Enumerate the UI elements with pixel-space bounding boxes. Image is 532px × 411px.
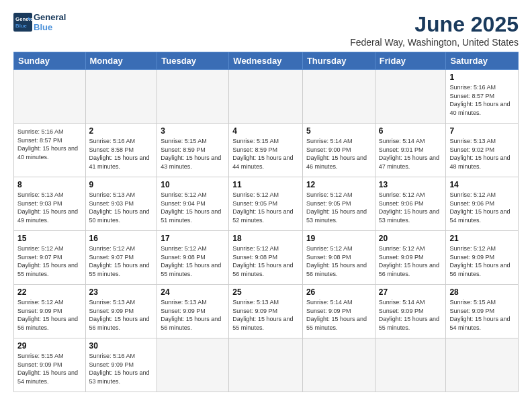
daylight-label: Daylight: 15 hours and 46 minutes. [306, 154, 367, 170]
day-number: 6 [379, 126, 443, 136]
day-number: 24 [161, 287, 225, 297]
day-info: Sunrise: 5:13 AMSunset: 9:09 PMDaylight:… [161, 298, 225, 332]
day-info: Sunrise: 5:15 AMSunset: 8:59 PMDaylight:… [161, 137, 225, 171]
sunrise-label: Sunrise: 5:14 AM [306, 299, 353, 306]
sunrise-label: Sunrise: 5:12 AM [161, 245, 207, 252]
table-row: 25Sunrise: 5:13 AMSunset: 9:09 PMDayligh… [229, 285, 303, 338]
sunrise-label: Sunrise: 5:14 AM [379, 299, 425, 306]
logo-icon: General Blue [13, 13, 32, 32]
sunset-label: Sunset: 9:05 PM [306, 200, 351, 207]
daylight-label: Daylight: 15 hours and 44 minutes. [232, 154, 293, 170]
day-number: 8 [17, 180, 82, 189]
sunrise-label: Sunrise: 5:13 AM [17, 191, 64, 198]
table-row [85, 70, 157, 124]
sunset-label: Sunset: 9:00 PM [306, 146, 351, 153]
daylight-label: Daylight: 15 hours and 56 minutes. [449, 262, 510, 277]
sunset-label: Sunset: 9:05 PM [232, 200, 277, 207]
table-row: 17Sunrise: 5:12 AMSunset: 9:08 PMDayligh… [157, 231, 229, 285]
day-info: Sunrise: 5:15 AMSunset: 9:09 PMDaylight:… [449, 298, 515, 332]
table-row: 19Sunrise: 5:12 AMSunset: 9:08 PMDayligh… [302, 231, 375, 285]
daylight-label: Daylight: 15 hours and 55 minutes. [161, 262, 221, 277]
sunrise-label: Sunrise: 5:16 AM [89, 353, 136, 359]
day-number: 26 [306, 287, 371, 297]
table-row [229, 338, 303, 392]
day-number: 9 [89, 180, 154, 189]
day-info: Sunrise: 5:14 AMSunset: 9:09 PMDaylight:… [379, 298, 443, 332]
table-row: 15Sunrise: 5:12 AMSunset: 9:07 PMDayligh… [14, 231, 86, 285]
day-number: 10 [161, 180, 225, 189]
table-row: 23Sunrise: 5:13 AMSunset: 9:09 PMDayligh… [85, 285, 157, 338]
table-row: 1Sunrise: 5:16 AMSunset: 8:57 PMDaylight… [446, 70, 519, 124]
sunrise-label: Sunrise: 5:13 AM [232, 299, 279, 306]
day-info: Sunrise: 5:13 AMSunset: 9:09 PMDaylight:… [89, 298, 154, 332]
day-info: Sunrise: 5:16 AMSunset: 8:57 PMDaylight:… [449, 83, 515, 117]
sunset-label: Sunset: 8:57 PM [449, 93, 494, 99]
sunset-label: Sunset: 9:03 PM [17, 200, 62, 207]
day-number: 15 [17, 234, 82, 243]
table-row: 3Sunrise: 5:15 AMSunset: 8:59 PMDaylight… [157, 124, 229, 177]
col-wednesday: Wednesday [229, 52, 303, 70]
day-number: 2 [89, 126, 154, 136]
sunset-label: Sunset: 9:09 PM [17, 308, 62, 314]
day-info: Sunrise: 5:15 AMSunset: 8:59 PMDaylight:… [232, 137, 299, 171]
daylight-label: Daylight: 15 hours and 56 minutes. [89, 316, 150, 331]
sunset-label: Sunset: 9:07 PM [89, 254, 134, 261]
daylight-label: Daylight: 15 hours and 56 minutes. [306, 262, 367, 277]
sunset-label: Sunset: 9:02 PM [449, 146, 494, 153]
sunrise-label: Sunrise: 5:12 AM [17, 299, 64, 306]
day-number: 7 [449, 126, 515, 136]
table-row: Sunrise: 5:16 AMSunset: 8:57 PMDaylight:… [14, 124, 86, 177]
logo: General Blue General Blue [13, 12, 66, 32]
table-row [157, 338, 229, 392]
daylight-label: Daylight: 15 hours and 55 minutes. [379, 316, 439, 331]
daylight-label: Daylight: 15 hours and 54 minutes. [449, 316, 510, 331]
day-info: Sunrise: 5:12 AMSunset: 9:07 PMDaylight:… [89, 244, 154, 278]
sunset-label: Sunset: 9:09 PM [89, 361, 134, 368]
day-info: Sunrise: 5:14 AMSunset: 9:09 PMDaylight:… [306, 298, 371, 332]
table-row [157, 70, 229, 124]
table-row: 29Sunrise: 5:15 AMSunset: 9:09 PMDayligh… [14, 338, 86, 392]
sunset-label: Sunset: 9:09 PM [379, 254, 424, 261]
sunrise-label: Sunrise: 5:13 AM [89, 299, 136, 306]
page: General Blue General Blue June 2025 Fede… [0, 0, 532, 411]
table-row: 6Sunrise: 5:14 AMSunset: 9:01 PMDaylight… [375, 124, 446, 177]
table-row [229, 70, 303, 124]
calendar-week-row: 8Sunrise: 5:13 AMSunset: 9:03 PMDaylight… [14, 177, 519, 231]
day-number: 27 [379, 287, 443, 297]
sunset-label: Sunset: 9:08 PM [161, 254, 206, 261]
table-row [302, 70, 375, 124]
col-friday: Friday [375, 52, 446, 70]
sunset-label: Sunset: 9:09 PM [379, 308, 424, 314]
daylight-label: Daylight: 15 hours and 56 minutes. [161, 316, 221, 331]
day-info: Sunrise: 5:15 AMSunset: 9:09 PMDaylight:… [17, 352, 82, 385]
day-info: Sunrise: 5:13 AMSunset: 9:09 PMDaylight:… [232, 298, 299, 332]
sunrise-label: Sunrise: 5:13 AM [89, 191, 136, 198]
day-number: 14 [449, 180, 515, 189]
calendar-week-row: 1Sunrise: 5:16 AMSunset: 8:57 PMDaylight… [14, 70, 519, 124]
sunset-label: Sunset: 8:59 PM [161, 146, 206, 153]
sunrise-label: Sunrise: 5:12 AM [379, 191, 425, 198]
table-row [375, 338, 446, 392]
daylight-label: Daylight: 15 hours and 50 minutes. [89, 208, 150, 224]
logo-line1: General [34, 12, 66, 22]
table-row: 26Sunrise: 5:14 AMSunset: 9:09 PMDayligh… [302, 285, 375, 338]
day-info: Sunrise: 5:12 AMSunset: 9:05 PMDaylight:… [232, 191, 299, 224]
daylight-label: Daylight: 15 hours and 56 minutes. [17, 316, 78, 331]
sunset-label: Sunset: 9:08 PM [232, 254, 277, 261]
daylight-label: Daylight: 15 hours and 52 minutes. [232, 208, 293, 224]
sunrise-label: Sunrise: 5:13 AM [161, 299, 207, 306]
table-row: 27Sunrise: 5:14 AMSunset: 9:09 PMDayligh… [375, 285, 446, 338]
table-row: 22Sunrise: 5:12 AMSunset: 9:09 PMDayligh… [14, 285, 86, 338]
day-info: Sunrise: 5:12 AMSunset: 9:05 PMDaylight:… [306, 191, 371, 224]
table-row: 10Sunrise: 5:12 AMSunset: 9:04 PMDayligh… [157, 177, 229, 231]
day-info: Sunrise: 5:12 AMSunset: 9:09 PMDaylight:… [449, 244, 515, 278]
sunset-label: Sunset: 9:08 PM [306, 254, 351, 261]
day-number: 30 [89, 341, 154, 351]
day-number: 20 [379, 234, 443, 243]
daylight-label: Daylight: 15 hours and 55 minutes. [17, 262, 78, 277]
daylight-label: Daylight: 15 hours and 41 minutes. [89, 154, 150, 170]
day-info: Sunrise: 5:13 AMSunset: 9:03 PMDaylight:… [89, 191, 154, 224]
day-info: Sunrise: 5:14 AMSunset: 9:01 PMDaylight:… [379, 137, 443, 171]
col-saturday: Saturday [446, 52, 519, 70]
sunrise-label: Sunrise: 5:12 AM [232, 191, 279, 198]
